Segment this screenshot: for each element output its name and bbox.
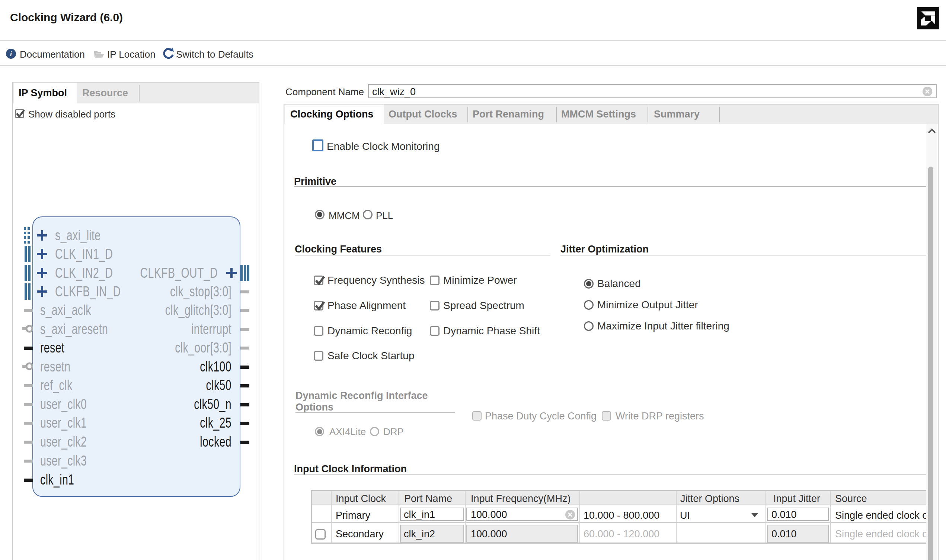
svg-text:i: i: [10, 50, 12, 58]
